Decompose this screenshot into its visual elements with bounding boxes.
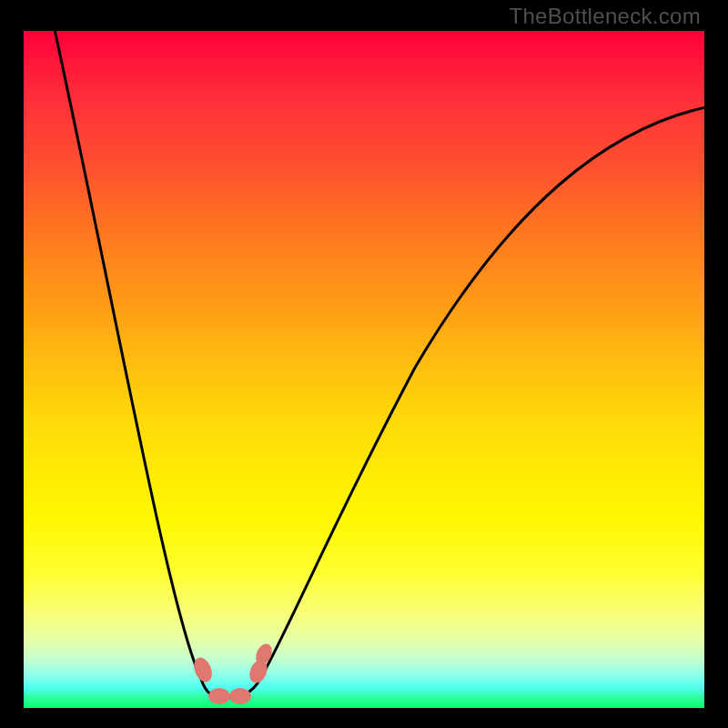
watermark-text: TheBottleneck.com — [509, 4, 701, 29]
curve-marker — [229, 688, 251, 704]
curve-markers — [190, 642, 275, 704]
chart-svg — [24, 31, 704, 708]
curve-marker — [208, 688, 230, 704]
chart-area — [24, 31, 704, 708]
bottleneck-curve — [51, 31, 704, 698]
